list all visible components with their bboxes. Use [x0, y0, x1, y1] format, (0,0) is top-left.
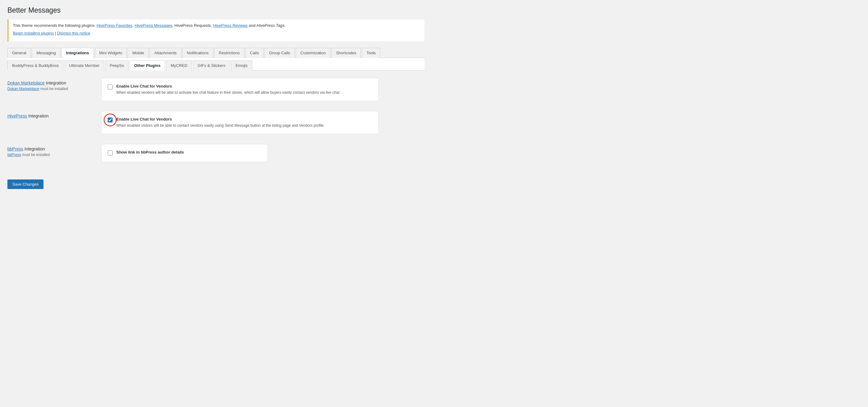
bbpress-integration-section: bbPress Integration bbPress must be inst…: [7, 144, 425, 162]
notice-box: This theme recommends the following plug…: [7, 20, 425, 42]
dokan-integration-section: Dokan Marketplace Integration Dokan Mark…: [7, 78, 425, 101]
dokan-label: Dokan Marketplace Integration Dokan Mark…: [7, 78, 94, 91]
tab2-emojis[interactable]: Emojis: [231, 60, 252, 71]
tab2-other-plugins[interactable]: Other Plugins: [129, 60, 165, 71]
bbpress-label: bbPress Integration bbPress must be inst…: [7, 144, 94, 157]
bbpress-title: bbPress Integration: [7, 147, 94, 151]
hivepress-title: HivePress Integration: [7, 114, 94, 118]
tab-shortcodes[interactable]: Shortcodes: [331, 48, 361, 58]
dokan-title: Dokan Marketplace Integration: [7, 81, 94, 85]
tab2-peepso[interactable]: PeepSo: [105, 60, 129, 71]
hivepress-label: HivePress Integration: [7, 111, 94, 120]
tabs-row-1: General Messaging Integrations Mini Widg…: [7, 48, 425, 58]
page-title: Better Messages: [7, 6, 425, 14]
bbpress-checkbox-wrap[interactable]: [107, 151, 113, 156]
bbpress-text-block: Show link in bbPress author details: [116, 150, 184, 156]
tab-restrictions[interactable]: Restrictions: [214, 48, 244, 58]
bbpress-subtitle: bbPress must be installed: [7, 153, 94, 157]
dokan-card: Enable Live Chat for Vendors When enable…: [101, 78, 379, 101]
dokan-link[interactable]: Dokan Marketplace: [7, 81, 45, 85]
dismiss-notice-link[interactable]: Dismiss this notice: [57, 31, 90, 35]
hivepress-card-desc: When enabled visitors will be able to co…: [116, 123, 323, 128]
bbpress-must-link[interactable]: bbPress: [7, 153, 21, 157]
dokan-card-desc: When enabled vendors will be able to act…: [116, 90, 339, 95]
tabs-row-2: BuddyPress & BuddyBoss Ultimate Member P…: [7, 58, 425, 71]
bbpress-card-row: Show link in bbPress author details: [107, 150, 261, 156]
tab-mini-widgets[interactable]: Mini Widgets: [95, 48, 127, 58]
tab-mobile[interactable]: Mobile: [128, 48, 149, 58]
save-changes-button[interactable]: Save Changes: [7, 180, 43, 189]
tab2-mycred[interactable]: MyCRED: [166, 60, 192, 71]
tab2-gifs-stickers[interactable]: GIFs & Stickers: [193, 60, 230, 71]
dokan-card-title: Enable Live Chat for Vendors: [116, 84, 339, 89]
notice-link-favorites[interactable]: HivePress Favorites: [97, 23, 132, 28]
notice-actions: Begin installing plugins | Dismiss this …: [13, 30, 420, 37]
hivepress-checkbox-wrap[interactable]: [107, 118, 113, 122]
tab-notifications[interactable]: Notifications: [182, 48, 213, 58]
notice-link-messages[interactable]: HivePress Messages: [135, 23, 173, 28]
hivepress-card-row: Enable Live Chat for Vendors When enable…: [107, 117, 372, 128]
dokan-checkbox-wrap[interactable]: [107, 85, 113, 90]
tab-group-calls[interactable]: Group Calls: [265, 48, 295, 58]
bbpress-card: Show link in bbPress author details: [101, 144, 268, 162]
notice-link-reviews[interactable]: HivePress Reviews: [213, 23, 248, 28]
hivepress-checkbox[interactable]: [107, 118, 113, 122]
hivepress-link[interactable]: HivePress: [7, 114, 27, 118]
begin-installing-link[interactable]: Begin installing plugins: [13, 31, 54, 35]
bbpress-checkbox[interactable]: [107, 151, 113, 155]
dokan-card-row: Enable Live Chat for Vendors When enable…: [107, 84, 372, 95]
tab-calls[interactable]: Calls: [245, 48, 264, 58]
tab-attachments[interactable]: Attachments: [150, 48, 181, 58]
dokan-subtitle: Dokan Marketplace must be installed: [7, 87, 94, 91]
hivepress-card: Enable Live Chat for Vendors When enable…: [101, 111, 379, 134]
dokan-text-block: Enable Live Chat for Vendors When enable…: [116, 84, 339, 95]
tab-tools[interactable]: Tools: [362, 48, 380, 58]
tab2-buddypress[interactable]: BuddyPress & BuddyBoss: [7, 60, 64, 71]
dokan-must-link[interactable]: Dokan Marketplace: [7, 87, 39, 91]
tab-messaging[interactable]: Messaging: [32, 48, 60, 58]
tab-integrations[interactable]: Integrations: [61, 48, 93, 58]
hivepress-integration-section: HivePress Integration Enable Live Chat f…: [7, 111, 425, 134]
hivepress-card-title: Enable Live Chat for Vendors: [116, 117, 323, 122]
tab-customization[interactable]: Customization: [296, 48, 330, 58]
hivepress-text-block: Enable Live Chat for Vendors When enable…: [116, 117, 323, 128]
tab-general[interactable]: General: [7, 48, 31, 58]
bbpress-card-title: Show link in bbPress author details: [116, 150, 184, 154]
notice-text: This theme recommends the following plug…: [13, 23, 420, 29]
dokan-checkbox[interactable]: [107, 85, 113, 89]
content-area: Dokan Marketplace Integration Dokan Mark…: [7, 78, 425, 189]
bbpress-link[interactable]: bbPress: [7, 147, 23, 151]
tab2-ultimate-member[interactable]: Ultimate Member: [64, 60, 104, 71]
